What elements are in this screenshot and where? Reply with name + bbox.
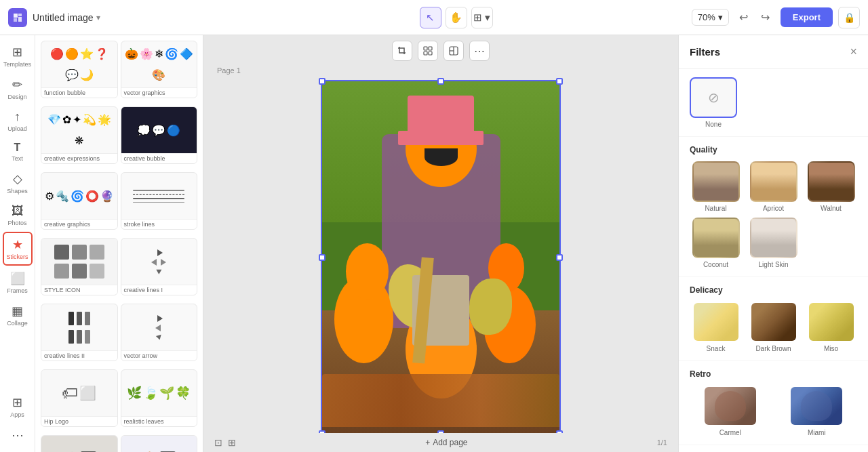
nav-item-shapes[interactable]: ◇ Shapes	[3, 167, 33, 199]
redo-button[interactable]: ↪	[756, 8, 775, 27]
frames-icon: ⬜	[10, 271, 25, 286]
filter-item-miso[interactable]: Miso	[805, 302, 857, 352]
nav-item-frames[interactable]: ⬜ Frames	[3, 267, 33, 298]
crop-tool-button[interactable]	[392, 41, 412, 61]
sticker-card-vector-arrow[interactable]: vector arrow	[121, 304, 198, 361]
canvas-container[interactable]: Page 1	[203, 66, 678, 433]
filter-none-item[interactable]: ⊘ None	[690, 77, 737, 128]
hand-tool-button[interactable]: ✋	[446, 7, 467, 28]
canvas-grid-icon[interactable]: ⊞	[228, 437, 236, 448]
sticker-section-row7: 🪨 ⬛ Realistic stone platfor... 📦 🔲 Trans…	[35, 430, 203, 452]
sticker-label-vector-graphics: vector graphics	[121, 87, 197, 98]
filter-quality-section: Quality Natural Apricot	[679, 137, 868, 277]
nav-item-text[interactable]: T Text	[3, 138, 33, 166]
filter-quality-title: Quality	[690, 145, 857, 155]
sticker-card-creative-graphics[interactable]: ⚙ 🔩 🌀 ⭕ 🔮 creative graphics	[41, 172, 118, 230]
arrange-tool-button[interactable]	[418, 41, 438, 61]
filter-thumb-miami	[789, 386, 844, 426]
export-button[interactable]: Export	[781, 7, 833, 27]
sticker-label-style-icon: STYLE ICON	[41, 285, 117, 295]
filter-item-carmel[interactable]: Carmel	[690, 386, 771, 436]
handle-top-left[interactable]	[319, 78, 326, 85]
filter-item-coconut[interactable]: Coconut	[690, 218, 742, 268]
sticker-label-hip-logo: Hip Logo	[41, 416, 117, 426]
nav-label-frames: Frames	[7, 287, 28, 294]
filter-item-miami[interactable]: Miami	[776, 386, 858, 436]
nav-item-more[interactable]: ⋯	[3, 424, 33, 447]
add-page-button[interactable]: + Add page	[425, 438, 467, 447]
sticker-card-stroke-lines[interactable]: stroke lines	[121, 172, 198, 230]
filter-retro-grid: Carmel Miami	[690, 386, 857, 436]
sticker-card-creative-expressions[interactable]: 💎 ✿ ✦ 💫 🌟 ❋ creative expressions	[41, 106, 118, 164]
sticker-card-realistic-stone[interactable]: 🪨 ⬛ Realistic stone platfor...	[41, 435, 118, 452]
handle-mid-right[interactable]	[556, 254, 563, 261]
page-counter: 1/1	[657, 438, 667, 447]
filter-quality-grid: Natural Apricot Walnut	[690, 161, 857, 268]
filter-label-light-skin: Light Skin	[759, 261, 789, 268]
filters-header: Filters ×	[679, 35, 868, 69]
nav-item-apps[interactable]: ⊞ Apps	[3, 391, 33, 422]
layout-tool-button[interactable]: ⊞ ▾	[471, 7, 493, 28]
add-page-label: Add page	[433, 438, 467, 447]
title-dropdown-icon[interactable]: ▾	[96, 13, 100, 22]
select-tool-button[interactable]: ↖	[420, 7, 441, 28]
filter-delicacy-title: Delicacy	[690, 285, 857, 295]
more-tool-button[interactable]: ⋯	[469, 41, 490, 61]
filter-item-light-skin[interactable]: Light Skin	[747, 218, 800, 268]
svg-rect-2	[424, 52, 427, 55]
filter-item-dark-brown[interactable]: Dark Brown	[747, 302, 800, 352]
sticker-card-hip-logo[interactable]: 🏷 ⬜ Hip Logo	[41, 369, 118, 427]
apps-icon: ⊞	[12, 395, 22, 410]
sticker-section-row1: 🔴 🟠 ⭐ ❓ 💬 🌙 function bubble 🎃 🌸 ❄ 🌀	[35, 35, 203, 101]
sticker-section-row3: ⚙ 🔩 🌀 ⭕ 🔮 creative graphics	[35, 167, 203, 232]
protect-button[interactable]: 🔒	[838, 7, 860, 28]
sticker-section-row4: STYLE ICON	[35, 232, 203, 298]
nav-item-collage[interactable]: ▦ Collage	[3, 300, 33, 331]
filter-item-snack[interactable]: Snack	[690, 302, 742, 352]
canvas-bottom-bar: ⊡ ⊞ + Add page 1/1	[203, 433, 678, 452]
nav-item-design[interactable]: ✏ Design	[3, 73, 33, 104]
sticker-card-creative-lines-1[interactable]: creative lines I	[121, 238, 198, 295]
filter-none-label: None	[705, 121, 722, 128]
sticker-label-creative-lines-2: creative lines II	[41, 350, 117, 361]
sticker-card-transparent-packaging[interactable]: 📦 🔲 Transparent packagin...	[121, 435, 198, 452]
layout-tool-button-canvas[interactable]	[443, 41, 464, 61]
canvas-area: ⋯ Page 1	[203, 35, 678, 452]
filter-thumb-coconut	[692, 218, 740, 258]
handle-top-mid[interactable]	[437, 78, 444, 85]
nav-item-photos[interactable]: 🖼 Photos	[3, 200, 33, 230]
sticker-card-realistic-leaves[interactable]: 🌿 🍃 🌱 🍀 realistic leaves	[121, 369, 198, 427]
handle-mid-left[interactable]	[319, 254, 326, 261]
sticker-card-function-bubble[interactable]: 🔴 🟠 ⭐ ❓ 💬 🌙 function bubble	[41, 41, 118, 98]
sticker-card-creative-lines-2[interactable]: creative lines II	[41, 304, 118, 361]
canvas-image[interactable]: ↻	[321, 80, 561, 433]
filter-label-carmel: Carmel	[719, 429, 741, 436]
filter-label-miso: Miso	[824, 345, 838, 352]
filter-none-section: ⊘ None	[679, 69, 868, 137]
filter-none-icon: ⊘	[708, 89, 719, 106]
nav-item-stickers[interactable]: ★ Stickers	[3, 232, 33, 266]
filters-close-button[interactable]: ×	[850, 45, 857, 59]
canvas-settings-icon[interactable]: ⊡	[214, 437, 222, 448]
handle-top-right[interactable]	[556, 78, 563, 85]
nav-label-apps: Apps	[10, 411, 24, 418]
topbar: Untitled image ▾ ↖ ✋ ⊞ ▾ 70% ▾ ↩ ↪ Expor…	[0, 0, 868, 35]
nav-item-templates[interactable]: ⊞ Templates	[3, 41, 33, 72]
filter-item-walnut[interactable]: Walnut	[805, 161, 857, 212]
handle-bot-right[interactable]	[556, 430, 563, 433]
sticker-label-creative-bubble: creative bubble	[121, 153, 197, 163]
undo-button[interactable]: ↩	[734, 8, 753, 27]
handle-bot-mid[interactable]	[437, 430, 444, 433]
title-area: Untitled image ▾	[33, 12, 220, 23]
filter-item-apricot[interactable]: Apricot	[747, 161, 800, 212]
nav-item-upload[interactable]: ↑ Upload	[3, 106, 33, 136]
nav-label-design: Design	[7, 94, 26, 100]
filter-label-miami: Miami	[808, 429, 826, 436]
sticker-card-vector-graphics[interactable]: 🎃 🌸 ❄ 🌀 🔷 🎨 vector graphics	[121, 41, 198, 98]
sticker-card-style-icon[interactable]: STYLE ICON	[41, 238, 118, 295]
handle-bot-left[interactable]	[319, 430, 326, 433]
sticker-card-creative-bubble[interactable]: 💭 💬 🔵 creative bubble	[121, 106, 198, 164]
sticker-label-vector-arrow: vector arrow	[121, 350, 197, 361]
filter-item-natural[interactable]: Natural	[690, 161, 742, 212]
zoom-control[interactable]: 70% ▾	[692, 9, 729, 26]
